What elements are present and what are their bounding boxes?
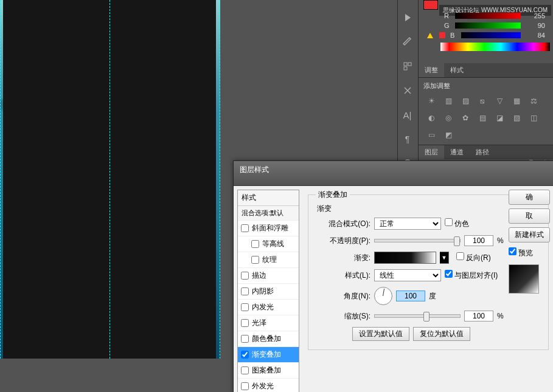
vibrance-icon[interactable]: ▽: [494, 95, 505, 106]
green-value[interactable]: [524, 21, 546, 30]
scale-label: 缩放(S):: [316, 311, 370, 322]
guide-line: [220, 0, 220, 359]
threshold-icon[interactable]: ◫: [528, 112, 539, 123]
scale-input[interactable]: [464, 311, 493, 322]
tab-adjustments[interactable]: 调整: [419, 63, 444, 77]
percent-label: %: [497, 236, 504, 245]
guide-line: [110, 0, 111, 359]
color-spectrum[interactable]: [440, 43, 550, 51]
gradient-preview[interactable]: [374, 252, 436, 264]
style-contour[interactable]: 等高线: [238, 236, 299, 252]
text-icon[interactable]: A|: [401, 108, 414, 122]
posterize-icon[interactable]: ▧: [511, 112, 522, 123]
blend-mode-label: 混合模式(O):: [316, 219, 370, 229]
dialog-title: 图层样式: [234, 161, 553, 186]
swatches-icon[interactable]: [401, 60, 414, 73]
cancel-button[interactable]: 取: [509, 208, 550, 224]
lut-icon[interactable]: ▤: [477, 112, 488, 123]
style-inner-glow[interactable]: 内发光: [238, 300, 299, 315]
curves-icon[interactable]: ▨: [460, 95, 471, 106]
selective-icon[interactable]: ◩: [443, 129, 454, 140]
reset-default-button[interactable]: 复位为默认值: [413, 327, 470, 341]
layer-style-dialog: 图层样式 样式 混合选项:默认 斜面和浮雕 等高线 纹理 描边 内阴影 内发光 …: [233, 160, 553, 392]
blue-slider[interactable]: [461, 32, 521, 38]
gamut-warning-icon[interactable]: [427, 33, 433, 38]
style-checkbox[interactable]: [241, 319, 249, 327]
align-checkbox[interactable]: 与图层对齐(I): [445, 270, 498, 281]
svg-rect-2: [404, 67, 407, 70]
ok-button[interactable]: 确: [509, 190, 550, 205]
reverse-checkbox[interactable]: 反向(R): [456, 252, 491, 263]
style-checkbox[interactable]: [241, 366, 249, 374]
tab-styles[interactable]: 样式: [444, 63, 470, 77]
style-checkbox[interactable]: [241, 272, 249, 280]
blend-mode-select[interactable]: 正常: [374, 218, 441, 230]
opacity-label: 不透明度(P):: [316, 236, 370, 246]
scale-slider[interactable]: [374, 314, 461, 318]
style-satin[interactable]: 光泽: [238, 315, 299, 331]
styles-header[interactable]: 样式: [238, 190, 299, 206]
gradient-map-icon[interactable]: ▭: [426, 129, 437, 140]
tab-layers[interactable]: 图层: [419, 145, 444, 159]
style-gradient-overlay[interactable]: 渐变叠加: [238, 347, 299, 363]
gradient-dropdown-icon[interactable]: ▼: [440, 252, 449, 264]
make-default-button[interactable]: 设置为默认值: [352, 327, 409, 341]
red-slider[interactable]: [455, 13, 521, 19]
foreground-color-swatch[interactable]: [423, 0, 438, 10]
svg-rect-0: [404, 63, 407, 66]
style-checkbox[interactable]: [241, 382, 249, 390]
style-checkbox[interactable]: [241, 287, 249, 295]
blue-value[interactable]: [524, 31, 546, 40]
style-texture[interactable]: 纹理: [238, 252, 299, 268]
style-bevel[interactable]: 斜面和浮雕: [238, 221, 299, 236]
channel-mixer-icon[interactable]: ✿: [460, 112, 471, 123]
style-color-overlay[interactable]: 颜色叠加: [238, 331, 299, 347]
style-checkbox[interactable]: [241, 224, 249, 232]
dither-checkbox[interactable]: 仿色: [445, 218, 469, 229]
gradient-sub-label: 渐变: [317, 204, 541, 214]
tab-channels[interactable]: 通道: [444, 145, 470, 159]
paragraph-icon[interactable]: ¶: [401, 132, 414, 146]
brush-icon[interactable]: [401, 35, 414, 49]
crossed-tools-icon[interactable]: [401, 84, 414, 97]
canvas-document[interactable]: [0, 0, 220, 359]
play-icon[interactable]: [401, 11, 414, 24]
style-checkbox[interactable]: [241, 351, 249, 359]
balance-icon[interactable]: ⚖: [528, 95, 539, 106]
guide-line: [0, 0, 1, 359]
style-pattern-overlay[interactable]: 图案叠加: [238, 363, 299, 379]
angle-input[interactable]: [396, 291, 425, 301]
opacity-input[interactable]: [464, 235, 493, 246]
color-chip[interactable]: [439, 32, 445, 38]
style-inner-shadow[interactable]: 内阴影: [238, 284, 299, 300]
style-checkbox[interactable]: [251, 256, 259, 264]
color-slider-row: R: [440, 11, 550, 21]
adjustments-panel-tabs: 调整 样式: [419, 63, 553, 78]
brightness-icon[interactable]: ☀: [426, 95, 437, 106]
levels-icon[interactable]: ▥: [443, 95, 454, 106]
invert-icon[interactable]: ◪: [494, 112, 505, 123]
style-outer-glow[interactable]: 外发光: [238, 379, 299, 392]
new-style-button[interactable]: 新建样式: [509, 227, 550, 242]
style-checkbox[interactable]: [251, 240, 259, 248]
style-stroke[interactable]: 描边: [238, 268, 299, 284]
green-slider[interactable]: [455, 22, 521, 29]
red-value[interactable]: [524, 12, 546, 20]
exposure-icon[interactable]: ⧅: [477, 95, 488, 106]
tab-paths[interactable]: 路径: [470, 145, 495, 159]
slider-label: B: [450, 32, 457, 39]
gradient-style-select[interactable]: 线性: [374, 269, 441, 281]
photo-filter-icon[interactable]: ◎: [443, 112, 454, 123]
angle-dial[interactable]: [374, 287, 392, 305]
color-slider-row: B: [423, 30, 550, 40]
style-checkbox[interactable]: [241, 303, 249, 311]
style-checkbox[interactable]: [241, 335, 249, 343]
slider-label: R: [444, 12, 451, 19]
hue-icon[interactable]: ▦: [511, 95, 522, 106]
bw-icon[interactable]: ◐: [426, 112, 437, 123]
color-slider-row: G: [440, 21, 550, 30]
opacity-slider[interactable]: [374, 239, 461, 242]
preview-checkbox[interactable]: 预览: [509, 247, 550, 258]
blend-options-default[interactable]: 混合选项:默认: [238, 206, 299, 221]
right-panels: 思缘设计论坛 WWW.MISSYUAN.COM R G B 调整 样式 添加调整: [418, 0, 553, 165]
